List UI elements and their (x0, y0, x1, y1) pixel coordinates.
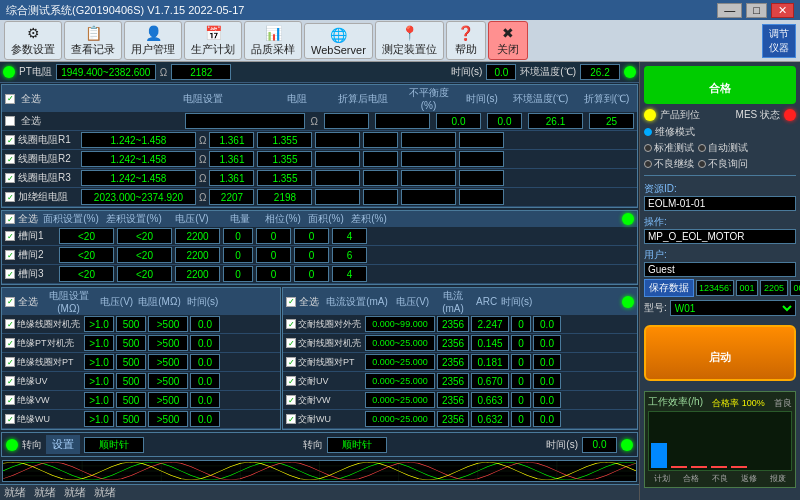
ac-time[interactable] (533, 335, 561, 351)
temp-value[interactable] (580, 64, 620, 80)
ac-arc[interactable] (511, 316, 531, 332)
env-temp-all[interactable] (528, 113, 583, 129)
insul-resist[interactable] (148, 411, 188, 427)
r-all-cb[interactable] (5, 116, 15, 126)
r-cb[interactable] (5, 154, 15, 164)
diff-val[interactable] (332, 228, 367, 244)
ac-current-set[interactable] (365, 392, 435, 408)
r-val-all[interactable] (324, 113, 369, 129)
pt-range-input[interactable] (56, 64, 156, 80)
time-value[interactable] (486, 64, 516, 80)
help-btn[interactable]: ❓ 帮助 (446, 21, 486, 60)
ac-time[interactable] (533, 354, 561, 370)
code2-input[interactable] (760, 280, 788, 296)
insul-all-cb[interactable] (5, 297, 15, 307)
ac-current[interactable] (471, 373, 509, 389)
ac-volt[interactable] (437, 316, 469, 332)
r-range[interactable] (81, 132, 196, 148)
area-cb[interactable] (5, 231, 15, 241)
area-val[interactable] (294, 266, 329, 282)
insul-resist-set[interactable] (84, 354, 114, 370)
ac-time[interactable] (533, 392, 561, 408)
ac-cb[interactable] (286, 357, 296, 367)
ac-current-set[interactable] (365, 411, 435, 427)
model-select[interactable]: W01 (670, 300, 796, 316)
ac-volt[interactable] (437, 373, 469, 389)
imbal-all[interactable] (436, 113, 481, 129)
fold-to-val[interactable] (459, 151, 504, 167)
diff-val[interactable] (332, 266, 367, 282)
adjust-btn[interactable]: 调节仪器 (762, 24, 796, 58)
insul-volt[interactable] (116, 316, 146, 332)
records-btn[interactable]: 📋 查看记录 (64, 21, 122, 60)
insul-volt[interactable] (116, 335, 146, 351)
rotation-val[interactable] (327, 437, 387, 453)
direction-input[interactable] (84, 437, 144, 453)
save-btn[interactable]: 保存数据 (644, 279, 694, 297)
ac-cb[interactable] (286, 395, 296, 405)
imbal-val[interactable] (315, 132, 360, 148)
sample-btn[interactable]: 📊 品质采样 (244, 21, 302, 60)
insul-cb[interactable] (5, 319, 15, 329)
imbal-val[interactable] (315, 170, 360, 186)
time-r-val[interactable] (363, 189, 398, 205)
ac-arc[interactable] (511, 411, 531, 427)
ac-cb[interactable] (286, 414, 296, 424)
env-temp-val[interactable] (401, 132, 456, 148)
charge-val[interactable] (223, 247, 253, 263)
time-r-all[interactable] (487, 113, 522, 129)
fold-r-val[interactable] (257, 151, 312, 167)
standard-radio[interactable] (644, 144, 652, 152)
ac-cb[interactable] (286, 319, 296, 329)
r-val[interactable] (209, 170, 254, 186)
insul-resist[interactable] (148, 392, 188, 408)
charge-val[interactable] (223, 228, 253, 244)
ac-time[interactable] (533, 411, 561, 427)
diff-val[interactable] (332, 247, 367, 263)
area-val[interactable] (294, 247, 329, 263)
params-btn[interactable]: ⚙ 参数设置 (4, 21, 62, 60)
phase-val[interactable] (256, 266, 291, 282)
insul-volt[interactable] (116, 392, 146, 408)
insul-time[interactable] (190, 316, 220, 332)
r-range-all[interactable] (185, 113, 305, 129)
r-val[interactable] (209, 189, 254, 205)
fold-to-all[interactable] (589, 113, 634, 129)
r-val[interactable] (209, 132, 254, 148)
ac-current-set[interactable] (365, 373, 435, 389)
phase-val[interactable] (256, 247, 291, 263)
ac-current[interactable] (471, 354, 509, 370)
phase-val[interactable] (256, 228, 291, 244)
fold-to-val[interactable] (459, 170, 504, 186)
area-set[interactable] (59, 228, 114, 244)
insul-volt[interactable] (116, 411, 146, 427)
ac-time[interactable] (533, 373, 561, 389)
insul-resist[interactable] (148, 373, 188, 389)
ac-arc[interactable] (511, 373, 531, 389)
insul-time[interactable] (190, 354, 220, 370)
close-btn[interactable]: ✕ (771, 3, 794, 18)
insul-time[interactable] (190, 392, 220, 408)
bad-query-radio[interactable] (698, 160, 706, 168)
area-set[interactable] (59, 247, 114, 263)
voltage-val[interactable] (175, 266, 220, 282)
insul-time[interactable] (190, 335, 220, 351)
insul-cb[interactable] (5, 395, 15, 405)
ac-cb[interactable] (286, 338, 296, 348)
area-all-cb[interactable] (5, 214, 15, 224)
r-cb[interactable] (5, 135, 15, 145)
area-cb[interactable] (5, 250, 15, 260)
bad-continue-radio[interactable] (644, 160, 652, 168)
ac-arc[interactable] (511, 335, 531, 351)
diff-set[interactable] (117, 247, 172, 263)
insul-resist-set[interactable] (84, 392, 114, 408)
insul-resist[interactable] (148, 335, 188, 351)
r-cb[interactable] (5, 192, 15, 202)
diff-set[interactable] (117, 228, 172, 244)
area-val[interactable] (294, 228, 329, 244)
insul-volt[interactable] (116, 354, 146, 370)
r-range[interactable] (81, 189, 196, 205)
fold-r-val[interactable] (257, 132, 312, 148)
maximize-btn[interactable]: □ (746, 3, 767, 18)
ac-all-cb[interactable] (286, 297, 296, 307)
